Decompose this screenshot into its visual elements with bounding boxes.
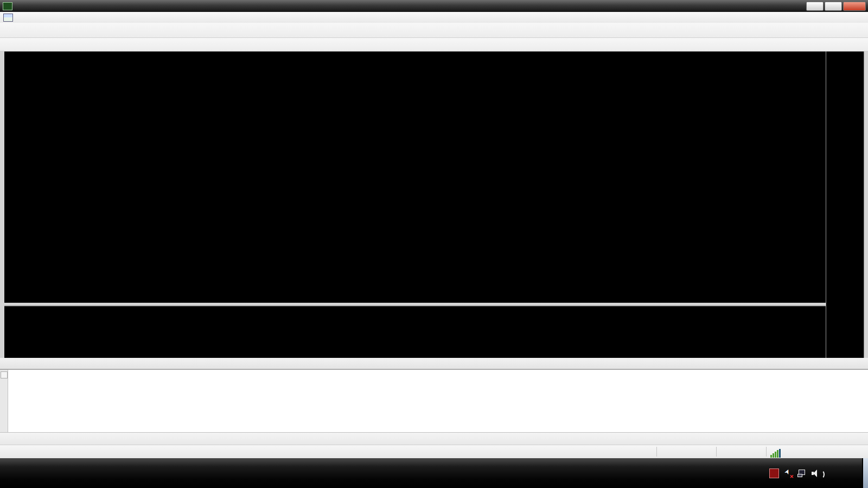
chart-window-icon[interactable] [3, 14, 13, 22]
menu-bar [0, 12, 868, 23]
panel-splitter[interactable] [4, 303, 826, 306]
system-tray [764, 458, 820, 488]
chart-window[interactable] [4, 52, 864, 358]
close-button[interactable] [843, 2, 866, 11]
taskbar [0, 458, 868, 488]
tray-b-icon[interactable] [769, 468, 779, 478]
terminal-tab-bar [0, 432, 868, 445]
toolbar-standard [0, 23, 868, 38]
minimize-button[interactable] [806, 2, 824, 11]
terminal-panel [0, 369, 868, 433]
app-icon [3, 2, 12, 10]
tray-network-icon[interactable] [797, 470, 806, 477]
maximize-button[interactable] [825, 2, 842, 11]
connection-bars-icon [770, 449, 781, 458]
stochastic-panel[interactable] [4, 306, 826, 349]
title-bar [0, 0, 868, 12]
price-axis[interactable] [826, 52, 864, 358]
toolbar-drawing-timeframes [0, 38, 868, 52]
status-bar [0, 445, 868, 459]
desktop [0, 0, 868, 488]
tray-pointer-disabled-icon[interactable] [784, 469, 792, 478]
chart-scrollbar[interactable] [864, 52, 868, 358]
chart-tab-bar [0, 358, 868, 369]
show-desktop-button[interactable] [862, 458, 868, 488]
chart-ohlc-label [10, 54, 15, 60]
time-axis[interactable] [4, 349, 826, 358]
tray-volume-icon[interactable] [812, 470, 820, 477]
terminal-close-icon[interactable] [1, 371, 8, 378]
price-chart[interactable] [4, 52, 826, 303]
